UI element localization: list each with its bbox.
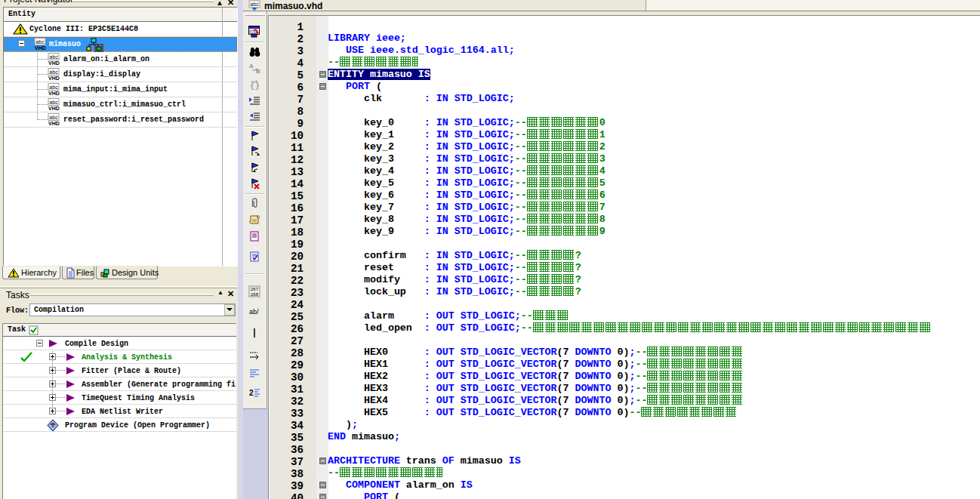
svg-text:VHD: VHD <box>48 60 60 66</box>
svg-text:abc: abc <box>49 100 58 105</box>
svg-text:VHD: VHD <box>35 45 46 51</box>
svg-text:{}: {} <box>250 82 260 91</box>
svg-text:VHD: VHD <box>48 121 60 126</box>
svg-text:VHD: VHD <box>48 106 60 111</box>
svg-text:abc: abc <box>35 39 45 45</box>
svg-text:abc: abc <box>49 115 58 120</box>
svg-text:abc: abc <box>49 54 58 60</box>
svg-text:267: 267 <box>251 287 259 291</box>
svg-text:abc: abc <box>250 2 259 7</box>
svg-text:A: A <box>249 63 254 69</box>
svg-text:268: 268 <box>251 292 259 297</box>
svg-text:VHD: VHD <box>48 75 60 81</box>
svg-text:abc: abc <box>49 85 58 90</box>
svg-text:abc: abc <box>49 69 58 75</box>
svg-text:2: 2 <box>249 389 254 397</box>
svg-text:B: B <box>256 68 260 75</box>
svg-text:VHD: VHD <box>48 91 60 96</box>
svg-text:ab/: ab/ <box>249 308 259 316</box>
